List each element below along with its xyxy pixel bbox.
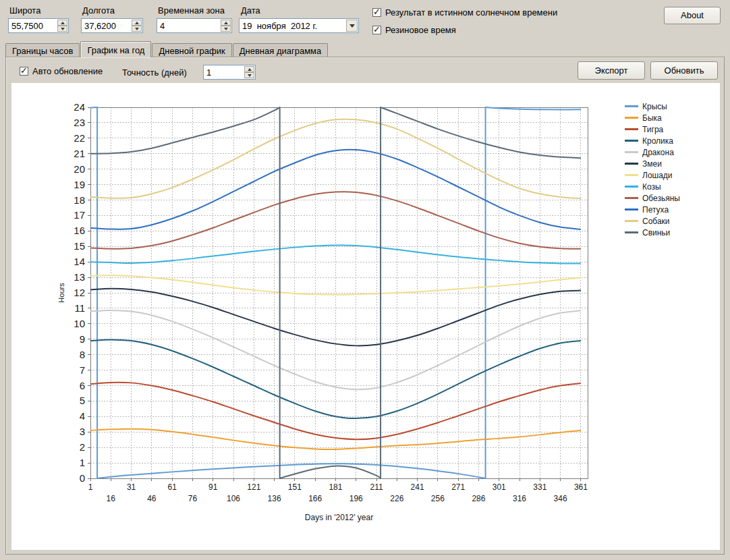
chart-legend: КрысыБыкаТиграКроликаДраконаЗмеиЛошадиКо… xyxy=(625,101,718,238)
svg-text:301: 301 xyxy=(493,482,506,492)
longitude-input[interactable]: 37,6200 xyxy=(81,18,143,33)
svg-text:166: 166 xyxy=(308,494,322,503)
svg-text:136: 136 xyxy=(268,494,281,503)
legend-item: Лошади xyxy=(625,169,718,181)
legend-label: Собаки xyxy=(642,217,670,226)
legend-item: Змеи xyxy=(625,158,718,169)
checkmark-icon xyxy=(20,67,28,76)
svg-text:211: 211 xyxy=(370,482,383,492)
legend-line-icon xyxy=(625,208,638,211)
svg-text:8: 8 xyxy=(80,349,85,360)
longitude-label: Долгота xyxy=(82,5,115,16)
svg-text:5: 5 xyxy=(80,395,85,406)
legend-label: Петуха xyxy=(642,205,669,215)
svg-text:14: 14 xyxy=(74,256,85,267)
svg-text:0: 0 xyxy=(80,472,85,484)
legend-line-icon xyxy=(625,128,638,130)
svg-text:1: 1 xyxy=(80,457,85,468)
tab-year-graph[interactable]: График на год xyxy=(80,41,151,57)
legend-item: Собаки xyxy=(625,215,718,227)
timezone-spin-up-icon[interactable] xyxy=(221,20,231,26)
legend-item: Дракона xyxy=(625,146,718,158)
legend-item: Кролика xyxy=(625,135,718,146)
svg-text:61: 61 xyxy=(167,482,177,492)
svg-text:241: 241 xyxy=(411,482,424,492)
svg-text:151: 151 xyxy=(288,482,302,492)
precision-label: Точность (дней) xyxy=(122,67,187,78)
legend-item: Быка xyxy=(625,112,718,123)
auto-update-checkbox-label: Авто обновление xyxy=(32,66,103,76)
legend-line-icon xyxy=(625,186,638,188)
svg-text:24: 24 xyxy=(74,101,85,113)
legend-line-icon xyxy=(625,105,638,107)
timezone-input[interactable]: 4 xyxy=(157,18,232,33)
auto-update-checkbox[interactable]: Авто обновление xyxy=(20,66,103,76)
longitude-spin-up-icon[interactable] xyxy=(132,20,142,26)
refresh-button[interactable]: Обновить xyxy=(650,61,718,80)
svg-text:21: 21 xyxy=(74,148,85,159)
legend-line-icon xyxy=(625,140,638,142)
svg-text:196: 196 xyxy=(349,494,363,503)
precision-input[interactable]: 1 xyxy=(203,65,256,80)
legend-label: Змеи xyxy=(642,159,662,169)
svg-text:316: 316 xyxy=(513,494,526,503)
latitude-input[interactable]: 55,7500 xyxy=(8,18,69,33)
svg-text:12: 12 xyxy=(74,287,85,298)
about-button[interactable]: About xyxy=(664,7,721,24)
svg-text:331: 331 xyxy=(533,482,546,492)
tab-page-year-graph: Авто обновление Точность (дней) 1 Экспор… xyxy=(5,57,725,555)
true-solar-checkbox[interactable]: Результат в истинном солнечном времени xyxy=(372,7,557,18)
tab-day-diagram[interactable]: Дневная диаграмма xyxy=(233,43,329,57)
legend-label: Быка xyxy=(642,113,662,123)
true-solar-checkbox-label: Результат в истинном солнечном времени xyxy=(385,7,557,18)
tab-day-graph[interactable]: Дневной график xyxy=(152,43,231,57)
legend-line-icon xyxy=(625,117,638,119)
latitude-spin-down-icon[interactable] xyxy=(57,26,67,32)
svg-text:256: 256 xyxy=(431,494,445,503)
svg-text:106: 106 xyxy=(227,494,240,503)
svg-text:20: 20 xyxy=(74,163,85,175)
legend-line-icon xyxy=(625,151,638,153)
latitude-value: 55,7500 xyxy=(9,19,57,32)
svg-text:16: 16 xyxy=(74,225,85,236)
precision-spin-down-icon[interactable] xyxy=(244,72,254,78)
rubber-time-checkbox-label: Резиновое время xyxy=(385,25,456,35)
svg-text:271: 271 xyxy=(451,482,465,492)
legend-label: Свиньи xyxy=(642,228,670,237)
rubber-time-checkbox[interactable]: Резиновое время xyxy=(372,25,456,35)
svg-text:18: 18 xyxy=(74,194,85,206)
longitude-spin-down-icon[interactable] xyxy=(132,26,142,32)
svg-text:346: 346 xyxy=(554,494,567,503)
precision-spin-up-icon[interactable] xyxy=(244,66,254,72)
legend-line-icon xyxy=(625,163,638,165)
latitude-spin-up-icon[interactable] xyxy=(57,20,67,26)
legend-item: Крысы xyxy=(625,101,718,112)
tab-hour-bounds[interactable]: Границы часов xyxy=(5,43,80,57)
legend-label: Лошади xyxy=(642,171,673,180)
svg-text:3: 3 xyxy=(80,426,85,437)
chart-panel: 0123456789101112131415161718192021222324… xyxy=(11,83,720,550)
svg-text:286: 286 xyxy=(472,494,485,503)
date-dropdown-icon[interactable] xyxy=(346,20,358,32)
svg-text:19: 19 xyxy=(74,179,85,190)
svg-text:2: 2 xyxy=(80,441,85,453)
svg-text:22: 22 xyxy=(74,132,85,144)
legend-line-icon xyxy=(625,231,638,233)
timezone-spin-down-icon[interactable] xyxy=(221,26,231,32)
svg-text:9: 9 xyxy=(80,333,85,345)
legend-label: Обезьяны xyxy=(642,194,680,203)
svg-text:46: 46 xyxy=(147,494,157,503)
export-button[interactable]: Экспорт xyxy=(578,61,645,80)
precision-value: 1 xyxy=(204,65,244,79)
svg-text:121: 121 xyxy=(247,482,260,492)
timezone-spinner xyxy=(221,19,231,32)
year-chart-svg: 0123456789101112131415161718192021222324… xyxy=(11,83,720,550)
longitude-spinner xyxy=(132,19,142,32)
svg-text:361: 361 xyxy=(574,482,588,492)
checkmark-icon xyxy=(372,8,381,17)
date-picker[interactable]: 19 ноября 2012 г. xyxy=(239,18,359,33)
svg-text:31: 31 xyxy=(127,482,136,492)
legend-label: Тигра xyxy=(642,125,663,134)
svg-text:15: 15 xyxy=(74,240,85,252)
precision-spinner xyxy=(244,65,255,79)
